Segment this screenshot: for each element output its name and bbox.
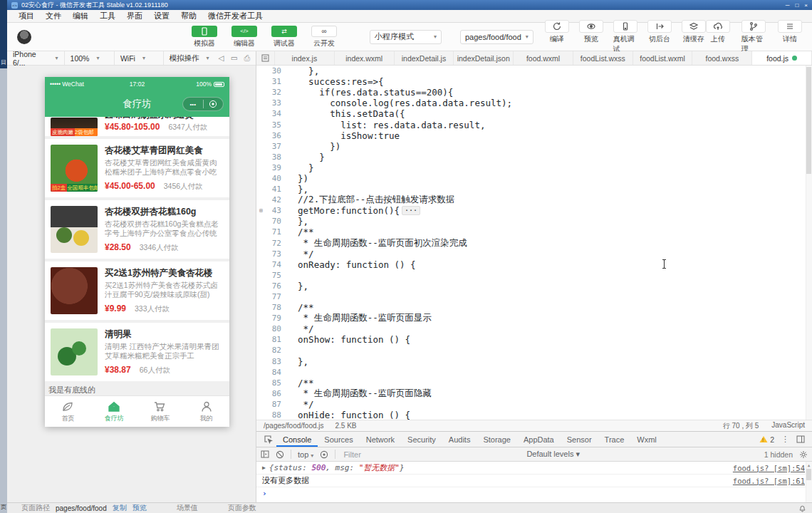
editor-tab-food.js[interactable]: food.js <box>752 51 812 65</box>
toolbar-切后台-button[interactable]: 切后台 <box>647 20 672 54</box>
editor-tabbar: index.jsindex.wxmlindexDetail.jsindexDet… <box>256 51 812 66</box>
code-editor[interactable]: 30 },31 success:res=>{32 if(res.data.sta… <box>256 66 812 420</box>
dock-side-icon[interactable] <box>796 435 805 443</box>
copy-link[interactable]: 复制 <box>113 503 127 513</box>
source-link[interactable]: food.js? [sm]:61 <box>724 477 805 485</box>
close-miniapp-icon[interactable] <box>204 100 224 108</box>
menu-item-7[interactable]: 微信开发者工具 <box>202 11 269 21</box>
product-item[interactable]: 清明果清明果 江西特产艾米果清明果青团艾草糯米糍粑美食正宗手工¥38.8766人… <box>45 323 229 381</box>
filter-input[interactable] <box>342 450 520 460</box>
devtools-tab-wxml[interactable]: Wxml <box>630 432 663 447</box>
devtools-tab-appdata[interactable]: AppData <box>517 432 561 447</box>
editor-tab-food.wxss[interactable]: food.wxss <box>692 51 752 65</box>
page-params-label[interactable]: 页面参数 <box>228 503 256 513</box>
simulate-actions-select[interactable]: 模拟操作▾ <box>164 51 219 65</box>
editor-tab-indexDetail.json[interactable]: indexDetail.json <box>454 51 514 65</box>
product-desc: 买2送1苏州特产美食杏花楼苏式卤汁豆腐干90克/袋辣味或原味(甜) <box>105 281 224 299</box>
line-number: 73 <box>266 249 287 259</box>
devtools-tab-sensor[interactable]: Sensor <box>561 432 598 447</box>
warning-count-badge[interactable]: !2 <box>759 435 774 444</box>
devtools-tab-sources[interactable]: Sources <box>318 432 359 447</box>
gear-icon[interactable] <box>799 450 808 459</box>
maximize-button[interactable]: □ <box>795 2 798 9</box>
zoom-select[interactable]: 100%▾ <box>65 51 115 65</box>
toolbar-预览-button[interactable]: 预览 <box>579 20 603 54</box>
menu-item-2[interactable]: 编辑 <box>67 11 94 21</box>
toolbar-上传-button[interactable]: 上传 <box>706 20 730 54</box>
toolbar-清缓存-button[interactable]: 清缓存 <box>682 20 706 54</box>
avatar[interactable] <box>17 30 31 44</box>
detach-icon[interactable]: ⎙ <box>244 53 250 63</box>
toolbar-版本管理-button[interactable]: 版本管理 <box>741 20 766 54</box>
product-item[interactable]: 拍2盒全国顺丰包邮杏花楼艾草青团网红美食杏花楼艾草青团网红美食咸蛋黄肉松糯米团子… <box>45 139 229 197</box>
tab-label: index.js <box>292 54 318 63</box>
devtools-tab-network[interactable]: Network <box>360 432 401 447</box>
devtools-tab-storage[interactable]: Storage <box>477 432 517 447</box>
scrollbar-thumb[interactable] <box>806 67 811 174</box>
switch-icon <box>647 20 672 33</box>
kebab-menu-icon[interactable]: ⋮ <box>781 435 789 444</box>
menu-item-5[interactable]: 设置 <box>148 11 175 21</box>
expander-icon[interactable]: ▶ <box>262 465 266 471</box>
close-button[interactable]: × <box>804 2 808 9</box>
product-paid-count: 3346人付款 <box>140 243 179 253</box>
tabbar-item-购物车[interactable]: 购物车 <box>137 396 184 427</box>
code-line: 86 * 生命周期函数--监听页面隐藏 <box>256 388 812 399</box>
more-menu-icon[interactable]: ••• <box>183 101 203 108</box>
menu-item-6[interactable]: 帮助 <box>175 11 202 21</box>
devtools-tab-audits[interactable]: Audits <box>442 432 477 447</box>
console-sidebar-icon[interactable] <box>261 450 269 458</box>
editor-tab-index.wxml[interactable]: index.wxml <box>335 51 395 65</box>
log-levels-select[interactable]: Default levels ▾ <box>526 450 580 459</box>
live-expression-icon[interactable] <box>320 450 328 459</box>
toolbar-云开发-button[interactable]: ∞云开发 <box>311 26 337 48</box>
menu-item-4[interactable]: 界面 <box>121 11 148 21</box>
toolbar-详情-button[interactable]: 详情 <box>778 20 802 54</box>
console-prompt[interactable]: › <box>256 487 812 499</box>
toolbar-编译-button[interactable]: 编译 <box>545 20 569 54</box>
language-mode[interactable]: JavaScript <box>771 421 805 431</box>
clear-console-icon[interactable] <box>276 450 284 459</box>
product-item[interactable]: 杏花楼双拼杏花糕160g杏花楼双拼杏花糕160g美食糕点老字号上海特产办公室零食… <box>45 200 229 259</box>
editor-tab-food.wxml[interactable]: food.wxml <box>514 51 573 65</box>
editor-tab-foodList.wxml[interactable]: foodList.wxml <box>633 51 693 65</box>
scroll-up-arrow[interactable]: ▲ <box>806 462 812 468</box>
rotate-icon[interactable]: ◁ <box>219 53 224 63</box>
open-files-icon[interactable] <box>256 51 275 65</box>
minimize-button[interactable]: ─ <box>786 2 790 9</box>
editor-tab-indexDetail.js[interactable]: indexDetail.js <box>395 51 454 65</box>
toolbar-编辑器-button[interactable]: </>编辑器 <box>231 26 257 48</box>
devtools-tab-trace[interactable]: Trace <box>598 432 631 447</box>
mode-select[interactable]: 小程序模式▾ <box>370 30 442 44</box>
tabbar-item-首页[interactable]: 首页 <box>45 396 91 427</box>
devtools-tab-console[interactable]: Console <box>276 432 318 447</box>
editor-tab-foodList.wxss[interactable]: foodList.wxss <box>573 51 633 65</box>
fold-expand-icon[interactable]: ⊞ <box>256 207 266 214</box>
frame-icon[interactable]: ▭ <box>231 53 238 63</box>
device-select[interactable]: iPhone 6/...▾ <box>7 51 65 65</box>
console-scrollbar[interactable]: ▲ <box>806 462 812 502</box>
page-select[interactable]: pages/food/food▾ <box>460 30 533 44</box>
network-select[interactable]: WiFi▾ <box>115 51 164 65</box>
menu-item-3[interactable]: 工具 <box>94 11 121 21</box>
editor-scrollbar[interactable] <box>806 66 812 420</box>
product-item[interactable]: 皮脆肉嫩2袋包邮卤味白鸡汤盐水鸡翅煲¥45.80-105.006347人付款 <box>45 117 229 136</box>
bell-icon[interactable] <box>798 504 806 512</box>
toolbar-模拟器-button[interactable]: 模拟器 <box>192 26 217 48</box>
toolbar-真机调试-button[interactable]: 真机调试 <box>613 20 637 54</box>
menu-item-0[interactable]: 项目 <box>13 11 40 21</box>
badge-text: 全国顺丰包邮 <box>67 185 98 192</box>
preview-link[interactable]: 预览 <box>132 503 147 513</box>
editor-tab-index.js[interactable]: index.js <box>275 51 335 65</box>
devtools-tab-security[interactable]: Security <box>401 432 442 447</box>
tabbar-item-我的[interactable]: 我的 <box>183 396 229 427</box>
product-item[interactable]: 买2送1苏州特产美食杏花楼买2送1苏州特产美食杏花楼苏式卤汁豆腐干90克/袋辣味… <box>45 261 229 320</box>
source-link[interactable]: food.js? [sm]:54 <box>724 464 805 472</box>
badge-chip: 皮脆肉嫩 <box>51 128 75 136</box>
context-select[interactable]: top ▾ <box>298 450 313 459</box>
toolbar-调试器-button[interactable]: ⇄调试器 <box>271 26 297 48</box>
scene-label[interactable]: 场景值 <box>177 503 198 513</box>
tabbar-item-食疗坊[interactable]: 食疗坊 <box>91 396 137 427</box>
inspect-icon[interactable] <box>259 435 276 444</box>
menu-item-1[interactable]: 文件 <box>40 11 67 21</box>
